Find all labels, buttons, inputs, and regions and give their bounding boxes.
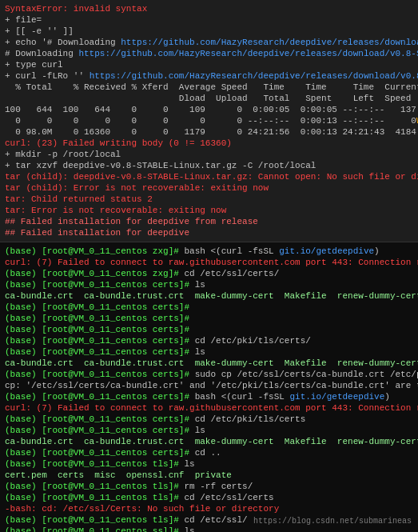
terminal-line: (base) [root@VM_0_11_centos zxg]# bash <… <box>5 246 413 257</box>
terminal-line: + [[ -e '' ]] <box>5 26 413 37</box>
terminal-line: ca-bundle.crt ca-bundle.trust.crt make-d… <box>5 290 413 302</box>
terminal-line: + type curl <box>5 59 413 70</box>
terminal-line: (base) [root@VM_0_11_centos certs]# <box>5 324 413 335</box>
terminal-line: (base) [root@VM_0_11_centos certs]# ls <box>5 346 413 358</box>
terminal-line: (base) [root@VM_0_11_centos zxg]# cd /et… <box>5 268 413 279</box>
terminal-line: (base) [root@VM_0_11_centos tls]# rm -rf… <box>5 481 413 492</box>
terminal-line: (base) [root@VM_0_11_centos certs]# ls <box>5 425 413 436</box>
bottom-section: (base) [root@VM_0_11_centos zxg]# bash <… <box>0 242 418 532</box>
terminal-line: 0 98.0M 0 16360 0 0 1179 0 24:21:56 0:00… <box>5 126 413 138</box>
watermark: https://blog.csdn.net/submarineas <box>253 517 412 526</box>
terminal-line: curl: (7) Failed to connect to raw.githu… <box>5 257 413 268</box>
terminal-line: (base) [root@VM_0_11_centos certs]# cd .… <box>5 447 413 458</box>
terminal-line: (base) [root@VM_0_11_centos certs]# bash… <box>5 391 413 402</box>
terminal-line: cert.pem certs misc openssl.cnf private <box>5 470 413 481</box>
terminal-line: tar: Error is not recoverable: exiting n… <box>5 205 413 216</box>
terminal-line: (base) [root@VM_0_11_centos certs]# cd /… <box>5 414 413 425</box>
terminal-line: curl: (23) Failed writing body (0 != 163… <box>5 138 413 149</box>
terminal-line: (base) [root@VM_0_11_centos certs]# <box>5 313 413 324</box>
terminal-line: (base) [root@VM_0_11_centos certs]# <box>5 302 413 313</box>
terminal-line: ## Failed installation for deepdive <box>5 227 413 238</box>
terminal-line: ca-bundle.crt ca-bundle.trust.crt make-d… <box>5 358 413 369</box>
terminal-line: % Total % Received % Xferd Average Speed… <box>5 82 413 93</box>
terminal-line: ca-bundle.crt ca-bundle.trust.crt make-d… <box>5 436 413 447</box>
top-section: SyntaxError: invalid syntax+ file=+ [[ -… <box>0 0 418 242</box>
terminal-line: tar (child): deepdive-v0.8-STABLE-Linux.… <box>5 171 413 182</box>
terminal-line: + curl -fLRo '' https://github.com/HazyR… <box>5 70 413 82</box>
terminal-line: # Downloading https://github.com/HazyRes… <box>5 48 413 59</box>
terminal-line: cp: '/etc/ssl/certs/ca-bundle.crt' and '… <box>5 380 413 391</box>
terminal-line: + file= <box>5 14 413 26</box>
terminal-line: curl: (7) Failed to connect to raw.githu… <box>5 402 413 414</box>
terminal: SyntaxError: invalid syntax+ file=+ [[ -… <box>0 0 418 532</box>
terminal-line: 0 0 0 0 0 0 0 0 --:--:-- 0:00:13 --:--:-… <box>5 115 413 126</box>
terminal-line: tar (child): Error is not recoverable: e… <box>5 182 413 194</box>
terminal-line: (base) [root@VM_0_11_centos certs]# ls <box>5 279 413 290</box>
terminal-line: ## Failed installation for deepdive from… <box>5 216 413 227</box>
terminal-line: (base) [root@VM_0_11_centos certs]# cd /… <box>5 335 413 346</box>
terminal-line: + mkdir -p /root/local <box>5 149 413 160</box>
terminal-line: -bash: cd: /etc/ssl/Certs: No such file … <box>5 503 413 514</box>
terminal-line: Dload Upload Total Spent Left Speed <box>5 93 413 104</box>
terminal-line: + echo '# Downloading https://github.com… <box>5 37 413 48</box>
terminal-line: SyntaxError: invalid syntax <box>5 3 413 14</box>
terminal-line: (base) [root@VM_0_11_centos certs]# sudo… <box>5 369 413 380</box>
terminal-line: 100 644 100 644 0 0 109 0 0:00:05 0:00:0… <box>5 104 413 115</box>
terminal-line: (base) [root@VM_0_11_centos ssl]# ls <box>5 526 413 532</box>
terminal-line: (base) [root@VM_0_11_centos tls]# ls <box>5 458 413 470</box>
terminal-line: (base) [root@VM_0_11_centos tls]# cd /et… <box>5 492 413 503</box>
terminal-line: tar: Child returned status 2 <box>5 194 413 205</box>
terminal-line: + tar xzvf deepdive-v0.8-STABLE-Linux.ta… <box>5 160 413 171</box>
